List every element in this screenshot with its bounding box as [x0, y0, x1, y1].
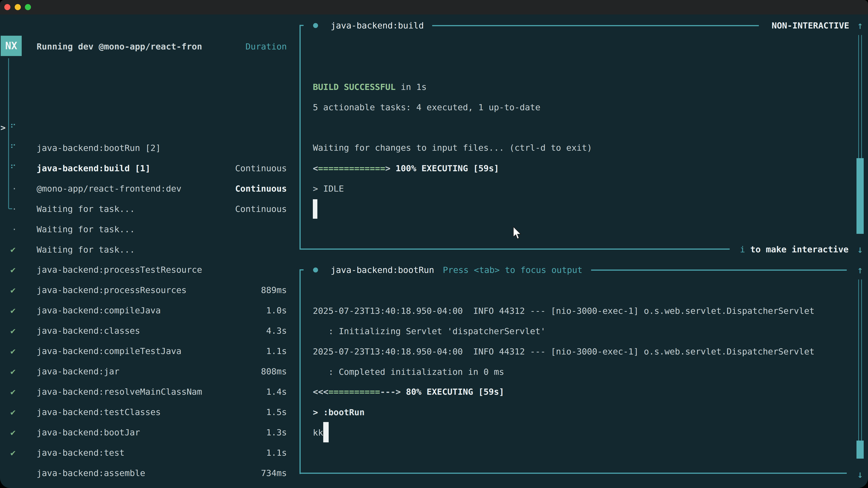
scroll-up-icon[interactable]: ↑: [855, 260, 866, 280]
task-row[interactable]: ✔ java-backend:assemble 774ms: [0, 422, 300, 443]
interactive-hint: i to make interactive: [740, 239, 848, 260]
task-row[interactable]: ✔ java-backend:test 734ms: [0, 402, 300, 422]
mouse-cursor: [512, 226, 522, 240]
task-label: java-backend:test: [37, 443, 125, 463]
waiting-for-changes-line: Waiting for changes to input files... (c…: [313, 138, 592, 158]
task-bullet-icon: [313, 23, 318, 28]
log-line-text: 2025-07-23T13:40:18.950-04:00 INFO 44312…: [313, 306, 814, 316]
task-duration: 1.1s: [266, 443, 287, 463]
close-button-icon[interactable]: [4, 4, 10, 10]
task-list-pane: NX Running dev @mono-app/react-fron Dura…: [0, 14, 300, 488]
log-line-text: 2025-07-23T13:40:18.950-04:00 INFO 44312…: [313, 347, 814, 357]
build-result-line: BUILD SUCCESSFUL in 1s: [313, 77, 427, 97]
task-bullet-icon: [313, 267, 318, 272]
idle-line: > IDLE: [313, 178, 344, 199]
task-row[interactable]: ⠋ java-backend:bootRun [2] Continuous: [0, 77, 300, 97]
task-row[interactable]: ⠋ @mono-app/react-frontend:dev Continuou…: [0, 118, 300, 138]
bootrun-panel-title: java-backend:bootRun: [331, 260, 434, 280]
task-row[interactable]: ✔ java-backend:compileTestJava 808ms: [0, 300, 300, 321]
scroll-up-icon[interactable]: ↑: [855, 15, 866, 36]
scrollbar-thumb[interactable]: [857, 441, 864, 459]
log-line-text: : Completed initialization in 0 ms: [313, 367, 504, 377]
gradle-progress-bar: <=============> 100% EXECUTING [59s]: [313, 158, 499, 178]
progress-status: 100% EXECUTING [59s]: [391, 163, 499, 173]
panel-header-rule: [432, 25, 759, 26]
interactive-hint-key: i: [740, 245, 745, 254]
panel-header-rule: [591, 269, 847, 271]
task-row[interactable]: ✔ java-backend:processTestResource 889ms: [0, 219, 300, 239]
check-icon: ✔: [10, 443, 16, 463]
minimize-button-icon[interactable]: [15, 4, 21, 10]
terminal-cursor: [313, 199, 317, 219]
running-task-list: ⠋ java-backend:bootRun [2] Continuous > …: [0, 77, 300, 199]
progress-status: 80% EXECUTING [59s]: [401, 387, 504, 397]
task-list-footer: ← 1/2 → quit: q help: ?: [0, 463, 300, 483]
progress-open-bracket: <<<: [313, 387, 329, 397]
progress-close-bracket: >: [385, 163, 391, 173]
task-duration: 774ms: [261, 483, 287, 488]
interactive-hint-text: to make interactive: [745, 245, 848, 254]
gradle-task-prompt: > :bootRun: [313, 402, 365, 422]
scroll-down-icon[interactable]: ↓: [855, 464, 866, 485]
task-row[interactable]: ✔ java-backend:resolveMainClassNam 1.5s: [0, 341, 300, 361]
stdin-input-text[interactable]: kk: [313, 422, 323, 443]
task-row[interactable]: ✔ java-backend:jar 1.4s: [0, 321, 300, 341]
task-row[interactable]: · Waiting for task...: [0, 138, 300, 158]
task-row[interactable]: · Waiting for task...: [0, 178, 300, 199]
build-successful-text: BUILD SUCCESSFUL: [313, 82, 396, 92]
completed-task-list: ✔ java-backend:processTestResource 889ms…: [0, 219, 300, 443]
non-interactive-badge: NON-INTERACTIVE: [772, 15, 849, 36]
log-line: : Completed initialization in 0 ms: [313, 362, 842, 382]
build-panel-title: java-backend:build: [331, 15, 424, 36]
task-row[interactable]: ✔ java-backend:bootJar 1.1s: [0, 382, 300, 402]
log-line: : Initializing Servlet 'dispatcherServle…: [313, 321, 842, 341]
zoom-button-icon[interactable]: [25, 4, 31, 10]
task-row[interactable]: · Waiting for task...: [0, 158, 300, 178]
scrollbar-track[interactable]: [858, 280, 862, 441]
task-duration: Continuous: [235, 199, 287, 219]
task-row[interactable]: ✔ java-backend:testClasses 1.3s: [0, 361, 300, 382]
log-output: 2025-07-23T13:40:18.950-04:00 INFO 44312…: [313, 301, 842, 382]
terminal-cursor: [323, 422, 329, 442]
duration-column-header: Duration: [246, 36, 287, 57]
task-list-title: Running dev @mono-app/react-fron: [37, 36, 202, 57]
panel-bottom-rule: [300, 249, 730, 250]
log-line: 2025-07-23T13:40:18.950-04:00 INFO 44312…: [313, 341, 842, 362]
progress-open-bracket: <: [313, 163, 318, 173]
gradle-progress-bar: <<<==========---> 80% EXECUTING [59s]: [313, 382, 504, 402]
task-row[interactable]: ✔ java-backend:compileJava 4.3s: [0, 260, 300, 280]
log-line-text: : Initializing Servlet 'dispatcherServle…: [313, 326, 546, 336]
scroll-down-icon[interactable]: ↓: [855, 239, 866, 260]
scrollbar-thumb[interactable]: [857, 158, 864, 234]
task-row[interactable]: > ⠋ java-backend:build [1] Continuous: [0, 97, 300, 118]
log-line: 2025-07-23T13:40:18.950-04:00 INFO 44312…: [313, 301, 842, 321]
panel-left-border: [300, 269, 301, 474]
task-row[interactable]: ✔ java-backend:processResources 1.0s: [0, 239, 300, 260]
pager: ← 1/2 →: [9, 483, 45, 488]
window-titlebar: [0, 0, 868, 14]
task-row[interactable]: ✔ java-backend:classes 1.1s: [0, 280, 300, 300]
progress-close-bracket: --->: [380, 387, 401, 397]
panel-bottom-rule: [300, 473, 847, 474]
progress-fill: ==========: [329, 387, 380, 397]
panel-left-border: [300, 25, 301, 250]
build-time-text: in 1s: [396, 82, 427, 92]
task-list-header: Running dev @mono-app/react-fron Duratio…: [0, 36, 300, 57]
focus-output-hint: Press <tab> to focus output: [443, 260, 583, 280]
task-label: Waiting for task...: [37, 199, 135, 219]
tasks-summary-line: 5 actionable tasks: 4 executed, 1 up-to-…: [313, 97, 540, 118]
progress-fill: =============: [318, 163, 385, 173]
